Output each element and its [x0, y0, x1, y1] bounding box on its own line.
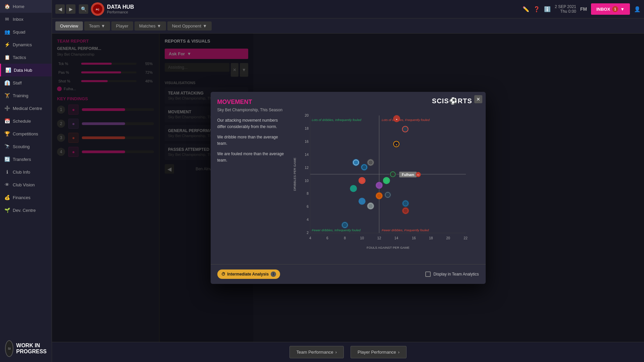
svg-text:6: 6 [326, 236, 328, 240]
sidebar-item-dev.-centre[interactable]: 🌱Dev. Centre [0, 204, 52, 217]
chevron-down-icon: ▼ [101, 23, 105, 28]
modal-desc2: We dribble more than the average team. [217, 134, 284, 147]
sidebar-item-medical-centre[interactable]: ➕Medical Centre [0, 102, 52, 115]
sidebar-label: Transfers [13, 157, 31, 162]
team-performance-label: Team Performance [297, 350, 333, 355]
sidebar-item-data-hub[interactable]: 📊Data Hub [0, 64, 52, 76]
nav-icon: 🏋 [4, 93, 10, 99]
search-button[interactable]: 🔍 [79, 4, 88, 14]
modal: ✕ SCIS⚽RTS MOVEMENT Sky Bet Championship… [211, 92, 486, 284]
sidebar-item-schedule[interactable]: 📅Schedule [0, 115, 52, 127]
svg-text:★: ★ [395, 143, 397, 145]
svg-text:Fewer dribbles, Frequently fou: Fewer dribbles, Frequently fouled [382, 228, 429, 232]
sidebar-item-training[interactable]: 🏋Training [0, 89, 52, 102]
modal-desc3: We are fouled more than the average team… [217, 151, 284, 164]
team-performance-button[interactable]: Team Performance › [289, 346, 344, 358]
sidebar-item-staff[interactable]: 👔Staff [0, 76, 52, 89]
page-title: DATA HUB [107, 4, 134, 10]
nav-icon: 🏠 [4, 3, 10, 9]
svg-text:4: 4 [307, 218, 309, 222]
inbox-label: INBOX [596, 7, 610, 12]
chevron-down-icon: ▼ [620, 7, 625, 12]
tab-team[interactable]: Team ▼ [84, 21, 110, 31]
back-button[interactable]: ◀ [55, 4, 65, 14]
sidebar-label: Squad [13, 29, 25, 35]
forward-button[interactable]: ▶ [66, 4, 75, 14]
nav-arrows: ◀ ▶ [55, 4, 75, 14]
info-icon: i [271, 272, 276, 277]
nav-icon: ➕ [4, 105, 10, 111]
inbox-count: 1 [612, 6, 618, 12]
player-performance-label: Player Performance [358, 350, 396, 355]
svg-text:Lots of dribbles, Frequently f: Lots of dribbles, Frequently fouled [382, 118, 430, 121]
sidebar-item-transfers[interactable]: 🔄Transfers [0, 153, 52, 166]
sidebar-item-dynamics[interactable]: ⚡Dynamics [0, 38, 52, 51]
svg-text:14: 14 [305, 153, 309, 156]
tab-matches[interactable]: Matches ▼ [135, 21, 166, 31]
tab-overview[interactable]: Overview [55, 21, 83, 31]
tab-player[interactable]: Player [111, 21, 133, 31]
sidebar-label: Data Hub [14, 68, 32, 73]
fm-logo: FM [580, 6, 587, 12]
movement-chart: 2 4 6 8 10 12 14 16 18 20 4 [291, 102, 472, 256]
sidebar-item-scouting[interactable]: 🔭Scouting [0, 140, 52, 153]
sidebar-item-home[interactable]: 🏠Home [0, 0, 52, 13]
sidebar-item-inbox[interactable]: ✉Inbox [0, 13, 52, 25]
sidebar-item-club-vision[interactable]: 👁Club Vision [0, 178, 52, 191]
info-button[interactable]: ℹ️ [544, 6, 551, 12]
svg-text:22: 22 [464, 236, 468, 240]
modal-season: Sky Bet Championship, This Season [217, 108, 284, 112]
svg-text:8: 8 [307, 192, 309, 195]
topbar-right: ✏️ ❓ ℹ️ 2 SEP 2021 Thu 0:00 FM INBOX 1 ▼… [523, 3, 641, 15]
page-subtitle: Performance [107, 10, 134, 14]
sidebar-label: Competitions [13, 131, 38, 136]
sidebar-item-tactics[interactable]: 📋Tactics [0, 51, 52, 64]
sidebar-label: Inbox [13, 17, 23, 22]
topbar: ◀ ▶ 🔍 FC DATA HUB Performance ✏️ ❓ ℹ️ 2 … [52, 0, 644, 18]
modal-header: MOVEMENT Sky Bet Championship, This Seas… [211, 92, 486, 264]
date-display: 2 SEP 2021 Thu 0:00 [555, 4, 576, 14]
nav-icon: 📋 [4, 54, 10, 60]
nav-icon: 📅 [4, 118, 10, 124]
svg-point-35 [401, 125, 409, 132]
nav-icon: ✉ [4, 16, 10, 22]
sidebar-item-competitions[interactable]: 🏆Competitions [0, 127, 52, 140]
svg-text:FOULS AGAINST PER GAME: FOULS AGAINST PER GAME [367, 246, 410, 249]
nav-icon: 🏆 [4, 131, 10, 137]
sidebar-item-squad[interactable]: 👥Squad [0, 25, 52, 38]
edit-button[interactable]: ✏️ [523, 6, 529, 12]
modal-overlay: ✕ SCIS⚽RTS MOVEMENT Sky Bet Championship… [52, 34, 644, 342]
checkbox-icon [425, 272, 431, 277]
main-area: ◀ ▶ 🔍 FC DATA HUB Performance ✏️ ❓ ℹ️ 2 … [52, 0, 644, 362]
svg-text:FC: FC [417, 174, 420, 176]
sidebar-item-club-info[interactable]: ℹClub Info [0, 166, 52, 178]
display-checkbox[interactable]: Display in Team Analytics [425, 272, 479, 277]
modal-footer: ⏱ Intermediate Analysis i Display in Tea… [211, 264, 486, 284]
sidebar-label: Staff [13, 80, 22, 85]
svg-text:20: 20 [305, 114, 309, 117]
sidebar-label: Dynamics [13, 42, 32, 47]
intermediate-label: Intermediate Analysis [227, 272, 269, 277]
sidebar-item-finances[interactable]: 💰Finances [0, 191, 52, 204]
sidebar-bottom: SI WORK INPROGRESS [0, 335, 52, 362]
svg-text:4: 4 [309, 236, 311, 240]
sidebar-label: Scouting [13, 144, 30, 149]
sidebar-label: Dev. Centre [13, 208, 36, 213]
svg-text:12: 12 [305, 166, 309, 169]
clock-icon: ⏱ [221, 272, 225, 277]
svg-text:18: 18 [305, 127, 309, 130]
player-performance-button[interactable]: Player Performance › [351, 346, 407, 358]
svg-text:12: 12 [377, 236, 381, 240]
sports-interactive-logo: SI WORK INPROGRESS [0, 335, 52, 362]
svg-point-63 [358, 197, 365, 204]
content-area: TEAM REPORT GENERAL PERFORM... Sky Bet C… [52, 34, 644, 342]
chevron-down-icon: ▼ [203, 23, 207, 28]
display-label: Display in Team Analytics [433, 272, 479, 277]
inbox-button[interactable]: INBOX 1 ▼ [591, 3, 630, 15]
svg-text:Fulham: Fulham [402, 173, 414, 176]
tab-next-opponent[interactable]: Next Opponent ▼ [167, 21, 212, 31]
svg-text:6: 6 [307, 205, 309, 208]
user-icon[interactable]: 👤 [634, 6, 641, 12]
svg-text:18: 18 [429, 236, 433, 240]
help-button[interactable]: ❓ [533, 6, 540, 12]
